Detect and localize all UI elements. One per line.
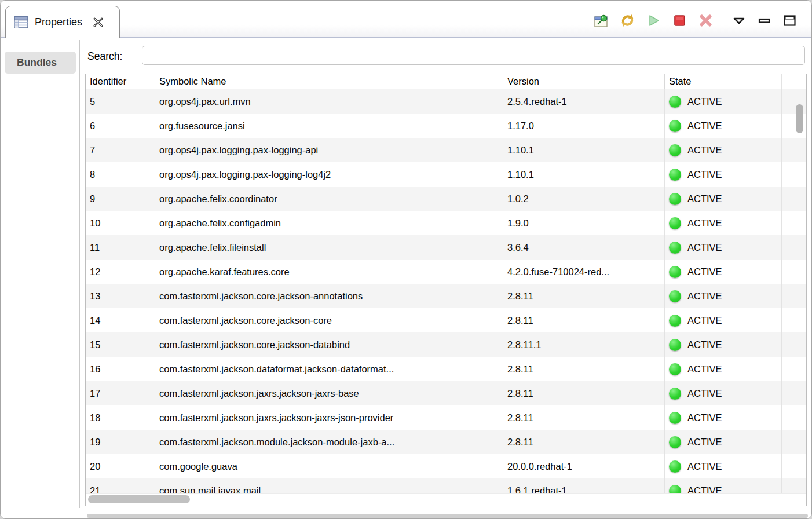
state-label: ACTIVE [687,169,722,180]
cell-symbolic-name: com.fasterxml.jackson.core.jackson-core [155,308,503,332]
cell-version: 2.8.11 [503,308,664,332]
cell-identifier: 11 [86,235,155,260]
state-label: ACTIVE [687,461,722,472]
table-row[interactable]: 12 org.apache.karaf.features.core 4.2.0.… [86,260,806,284]
view-content: Bundles Search: Identifier Symbolic Name… [1,38,811,518]
table-row[interactable]: 19 com.fasterxml.jackson.module.jackson-… [86,430,806,454]
table-row[interactable]: 9 org.apache.felix.coordinator 1.0.2 ACT… [86,187,806,211]
horizontal-scrollbar-track[interactable] [86,493,806,506]
cell-state: ACTIVE [664,138,781,162]
table-row[interactable]: 15 com.fasterxml.jackson.core.jackson-da… [86,332,806,357]
active-state-icon [669,193,681,205]
column-header-version[interactable]: Version [503,74,664,89]
cell-symbolic-name: com.fasterxml.jackson.core.jackson-datab… [155,332,503,357]
search-input[interactable] [142,46,805,65]
state-label: ACTIVE [687,364,722,375]
stop-button[interactable] [672,13,687,28]
bundles-table: Identifier Symbolic Name Version State 5… [85,74,807,506]
cell-state: ACTIVE [664,114,781,138]
table-body: 5 org.ops4j.pax.url.mvn 2.5.4.redhat-1 A… [86,89,806,506]
cell-version: 1.10.1 [503,162,664,187]
cell-filler [781,138,806,162]
cell-version: 2.8.11 [503,357,664,381]
minimize-button[interactable] [756,13,772,28]
state-label: ACTIVE [687,315,722,326]
refresh-button[interactable] [620,13,635,28]
close-icon[interactable] [92,16,104,28]
table-row[interactable]: 11 org.apache.felix.fileinstall 3.6.4 AC… [86,235,806,260]
state-label: ACTIVE [687,291,722,302]
active-state-icon [669,436,681,448]
cell-state: ACTIVE [664,332,781,357]
cell-filler [781,332,806,357]
column-header-symbolic-name[interactable]: Symbolic Name [155,74,503,89]
table-row[interactable]: 18 com.fasterxml.jackson.jaxrs.jackson-j… [86,405,806,430]
cell-version: 20.0.0.redhat-1 [503,454,664,478]
maximize-icon [783,14,796,27]
view-menu-icon [732,16,746,25]
delete-button[interactable] [698,13,714,28]
cell-version: 2.8.11 [503,430,664,454]
cell-symbolic-name: org.apache.felix.configadmin [155,211,503,235]
cell-symbolic-name: com.fasterxml.jackson.dataformat.jackson… [155,357,503,381]
active-state-icon [669,290,681,302]
cell-filler [781,357,806,381]
cell-symbolic-name: com.fasterxml.jackson.jaxrs.jackson-jaxr… [155,405,503,430]
cell-version: 1.0.2 [503,187,664,211]
state-label: ACTIVE [687,218,722,229]
cell-version: 3.6.4 [503,235,664,260]
column-header-identifier[interactable]: Identifier [86,74,155,89]
table-row[interactable]: 7 org.ops4j.pax.logging.pax-logging-api … [86,138,806,162]
play-button[interactable] [646,13,661,28]
table-row[interactable]: 5 org.ops4j.pax.url.mvn 2.5.4.redhat-1 A… [86,89,806,114]
table-header: Identifier Symbolic Name Version State [86,74,806,89]
vertical-scrollbar-thumb[interactable] [796,104,803,133]
sidebar-item-bundles[interactable]: Bundles [5,52,76,74]
cell-version: 1.10.1 [503,138,664,162]
tab-properties[interactable]: Properties [5,6,120,38]
tab-label: Properties [35,16,82,28]
pin-window-icon [594,13,609,28]
table-row[interactable]: 14 com.fasterxml.jackson.core.jackson-co… [86,308,806,332]
cell-state: ACTIVE [664,357,781,381]
cell-state: ACTIVE [664,308,781,332]
cell-state: ACTIVE [664,405,781,430]
cell-version: 4.2.0.fuse-710024-red... [503,260,664,284]
active-state-icon [669,144,681,156]
cell-state: ACTIVE [664,187,781,211]
cell-version: 2.8.11 [503,405,664,430]
active-state-icon [669,363,681,375]
state-label: ACTIVE [687,193,722,204]
table-row[interactable]: 17 com.fasterxml.jackson.jaxrs.jackson-j… [86,381,806,405]
cell-identifier: 5 [86,89,155,114]
bottom-sash[interactable] [87,514,808,518]
active-state-icon [669,460,681,473]
cell-identifier: 16 [86,357,155,381]
cell-symbolic-name: com.google.guava [155,454,503,478]
table-row[interactable]: 16 com.fasterxml.jackson.dataformat.jack… [86,357,806,381]
cell-identifier: 14 [86,308,155,332]
cell-identifier: 18 [86,405,155,430]
table-row[interactable]: 13 com.fasterxml.jackson.core.jackson-an… [86,284,806,308]
view-menu-button[interactable] [731,13,747,28]
cell-identifier: 12 [86,260,155,284]
cell-state: ACTIVE [664,235,781,260]
active-state-icon [669,339,681,351]
table-row[interactable]: 8 org.ops4j.pax.logging.pax-logging-log4… [86,162,806,187]
pin-window-button[interactable] [594,13,609,28]
state-label: ACTIVE [687,120,722,131]
cell-filler [781,405,806,430]
column-header-state[interactable]: State [664,74,781,89]
table-row[interactable]: 6 org.fusesource.jansi 1.17.0 ACTIVE [86,114,806,138]
state-label: ACTIVE [687,339,722,350]
active-state-icon [669,315,681,327]
horizontal-scrollbar-thumb[interactable] [88,495,190,503]
cell-filler [781,211,806,235]
maximize-button[interactable] [782,13,798,28]
cell-symbolic-name: org.apache.karaf.features.core [155,260,503,284]
cell-identifier: 6 [86,114,155,138]
cell-symbolic-name: org.ops4j.pax.logging.pax-logging-api [155,138,503,162]
properties-view: Properties [0,0,812,519]
table-row[interactable]: 10 org.apache.felix.configadmin 1.9.0 AC… [86,211,806,235]
table-row[interactable]: 20 com.google.guava 20.0.0.redhat-1 ACTI… [86,454,806,478]
